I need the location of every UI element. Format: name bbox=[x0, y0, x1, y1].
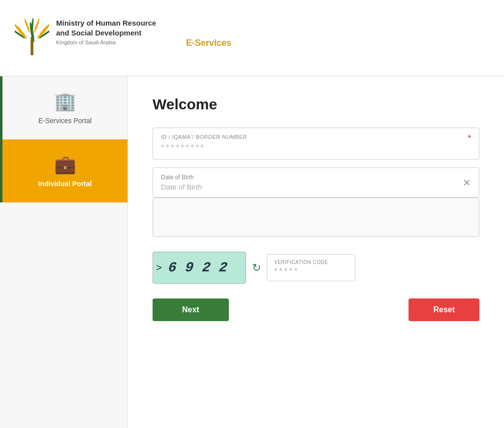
dob-field-placeholder[interactable]: Date of Birth bbox=[161, 183, 471, 191]
svg-point-8 bbox=[33, 18, 40, 33]
e-services-header-label: E-Services bbox=[186, 38, 231, 48]
dob-clear-icon[interactable]: ✕ bbox=[463, 177, 471, 189]
next-button[interactable]: Next bbox=[153, 298, 229, 321]
id-field-container: ID / IQAMA / BORDER NUMBER * ********* bbox=[153, 128, 479, 160]
building-icon: 🏢 bbox=[54, 91, 76, 112]
captcha-image: > 6 9 2 2 bbox=[153, 252, 246, 284]
sidebar-item-individual-label: Individual Portal bbox=[38, 180, 92, 188]
verification-input[interactable]: ***** bbox=[274, 267, 348, 276]
main-layout: 🏢 E-Services Portal 💼 Individual Portal … bbox=[0, 76, 504, 428]
id-field-value[interactable]: ********* bbox=[161, 143, 471, 153]
svg-point-7 bbox=[24, 18, 31, 33]
dob-field-label: Date of Birth bbox=[161, 174, 471, 181]
logo-area: Ministry of Human Resource and Social De… bbox=[15, 18, 231, 58]
logo-text: Ministry of Human Resource and Social De… bbox=[56, 18, 164, 45]
required-indicator: * bbox=[468, 134, 471, 143]
captcha-arrow-icon: > bbox=[156, 262, 162, 273]
calendar-picker[interactable] bbox=[153, 198, 479, 237]
dob-field-container: Date of Birth ✕ Date of Birth bbox=[153, 167, 479, 198]
sidebar-item-e-services-portal[interactable]: 🏢 E-Services Portal bbox=[0, 76, 127, 139]
captcha-row: > 6 9 2 2 ↻ VERIFICATION CODE ***** bbox=[153, 252, 479, 284]
id-field-label: ID / IQAMA / BORDER NUMBER bbox=[161, 134, 471, 140]
reset-button[interactable]: Reset bbox=[409, 298, 479, 321]
header: Ministry of Human Resource and Social De… bbox=[0, 0, 504, 76]
sidebar-item-individual-portal[interactable]: 💼 Individual Portal bbox=[0, 139, 127, 202]
verification-label: VERIFICATION CODE bbox=[274, 260, 348, 265]
kingdom-text: Kingdom of Saudi Arabia bbox=[56, 39, 164, 45]
ministry-name: Ministry of Human Resource and Social De… bbox=[56, 18, 164, 37]
captcha-text: 6 9 2 2 bbox=[168, 260, 231, 275]
svg-point-2 bbox=[15, 24, 28, 39]
briefcase-icon: 💼 bbox=[54, 154, 76, 175]
logo-icon bbox=[15, 18, 49, 58]
svg-point-4 bbox=[36, 24, 49, 39]
buttons-row: Next Reset bbox=[153, 298, 479, 321]
refresh-captcha-icon[interactable]: ↻ bbox=[252, 262, 261, 274]
sidebar-item-e-services-label: E-Services Portal bbox=[38, 117, 92, 125]
content-area: Welcome ID / IQAMA / BORDER NUMBER * ***… bbox=[128, 76, 504, 428]
page-title: Welcome bbox=[153, 96, 479, 113]
sidebar: 🏢 E-Services Portal 💼 Individual Portal bbox=[0, 76, 128, 428]
verification-field-container: VERIFICATION CODE ***** bbox=[267, 254, 355, 281]
